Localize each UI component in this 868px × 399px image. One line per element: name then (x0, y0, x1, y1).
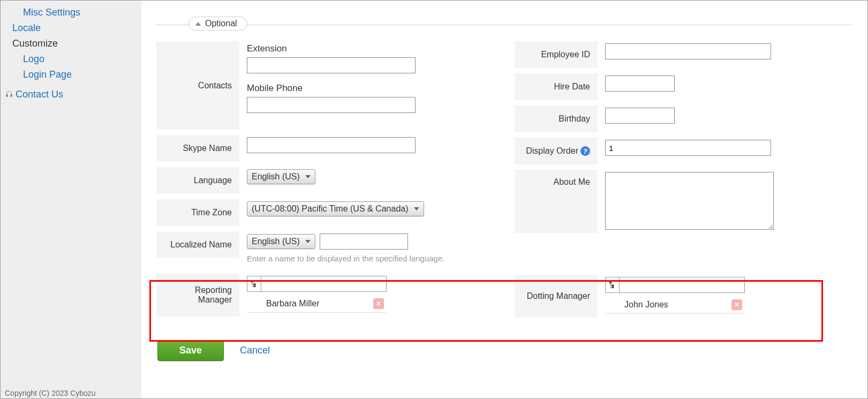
arrow-up-icon (195, 22, 201, 26)
timezone-label: Time Zone (156, 199, 239, 226)
hire-date-input[interactable] (605, 76, 675, 92)
legend-label: Optional (205, 19, 237, 28)
birthday-input[interactable] (605, 108, 675, 124)
display-order-input[interactable] (605, 140, 771, 156)
caret-down-icon (305, 240, 311, 243)
svg-rect-11 (612, 287, 614, 289)
left-column: Contacts Extension Mobile Phone Skype Na… (156, 41, 493, 328)
about-me-label: About Me (515, 170, 598, 233)
employee-id-input[interactable] (605, 43, 771, 59)
caret-down-icon (414, 207, 419, 210)
remove-dotting-manager-button[interactable]: ✕ (731, 299, 742, 310)
sidebar-item-misc-settings[interactable]: Misc Settings (1, 5, 141, 20)
contacts-label: Contacts (156, 41, 239, 130)
sidebar-item-locale[interactable]: Locale (1, 20, 141, 36)
mobile-label: Mobile Phone (247, 83, 493, 94)
contact-us-link[interactable]: Contact Us (16, 89, 63, 100)
dotting-manager-label: Dotting Manager (515, 275, 598, 318)
localized-hint: Enter a name to be displayed in the spec… (247, 254, 493, 263)
language-select[interactable]: English (US) (247, 169, 315, 184)
reporting-manager-name: Barbara Miller (266, 299, 320, 308)
svg-rect-5 (253, 285, 255, 288)
svg-rect-10 (610, 287, 612, 288)
language-label: Language (156, 167, 239, 194)
fieldset-divider (156, 25, 851, 25)
localized-name-input[interactable] (320, 234, 408, 250)
skype-input[interactable] (247, 137, 416, 153)
headset-icon (5, 91, 13, 99)
svg-rect-2 (252, 284, 253, 285)
dotting-manager-name: John Jones (624, 300, 668, 310)
timezone-value: (UTC-08:00) Pacific Time (US & Canada) (252, 204, 409, 214)
sidebar-item-logo[interactable]: Logo (1, 51, 141, 67)
svg-rect-8 (610, 285, 612, 286)
birthday-label: Birthday (515, 106, 598, 132)
reporting-manager-chip: Barbara Miller ✕ (247, 295, 386, 313)
optional-toggle[interactable]: Optional (188, 17, 247, 31)
localized-lang-value: English (US) (252, 237, 300, 246)
localized-lang-select[interactable]: English (US) (247, 234, 315, 249)
localized-name-label: Localized Name (156, 231, 239, 258)
svg-rect-0 (251, 281, 253, 283)
caret-down-icon (305, 175, 311, 178)
hire-date-label: Hire Date (515, 73, 598, 100)
sidebar-item-login-page[interactable]: Login Page (1, 67, 141, 82)
language-value: English (US) (252, 172, 300, 182)
reporting-manager-label: Reporting Manager (156, 274, 239, 317)
sidebar-heading-customize: Customize (1, 36, 141, 51)
employee-id-label: Employee ID (515, 41, 598, 68)
dotting-manager-input[interactable] (619, 277, 745, 293)
svg-rect-9 (612, 284, 614, 287)
help-icon[interactable]: ? (580, 146, 590, 156)
save-button[interactable]: Save (157, 340, 224, 361)
org-picker-button[interactable] (247, 276, 261, 292)
skype-label: Skype Name (156, 135, 239, 162)
extension-input[interactable] (247, 57, 416, 73)
svg-rect-6 (609, 282, 611, 284)
dotting-manager-chip: John Jones ✕ (605, 296, 744, 314)
org-picker-button-dotting[interactable] (605, 277, 619, 293)
display-order-label: Display Order (526, 146, 578, 156)
copyright-footer: Copyright (C) 2023 Cybozu (1, 388, 100, 398)
cancel-link[interactable]: Cancel (240, 345, 270, 356)
about-me-textarea[interactable] (605, 172, 774, 230)
display-order-label-cell: Display Order ? (515, 138, 598, 164)
svg-rect-3 (253, 283, 255, 285)
svg-rect-4 (252, 286, 253, 287)
extension-label: Extension (247, 43, 493, 54)
remove-reporting-manager-button[interactable]: ✕ (373, 298, 384, 309)
timezone-select[interactable]: (UTC-08:00) Pacific Time (US & Canada) (247, 201, 424, 216)
main-content: Optional Contacts Extension Mobile Phone… (141, 1, 867, 398)
right-column: Employee ID Hire Date Birthday (515, 41, 851, 328)
reporting-manager-input[interactable] (261, 276, 387, 292)
sidebar: Misc Settings Locale Customize Logo Logi… (1, 1, 141, 398)
mobile-input[interactable] (247, 97, 416, 113)
